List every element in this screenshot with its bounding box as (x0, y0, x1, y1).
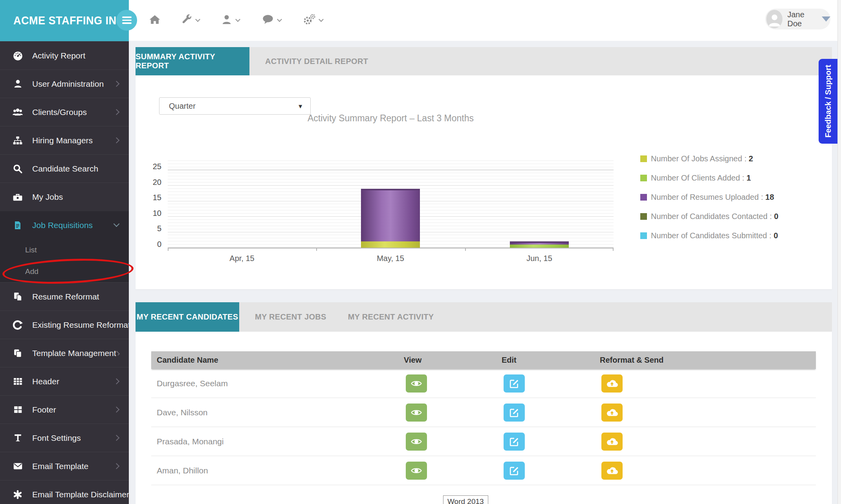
y-tick-label: 0 (144, 240, 161, 249)
legend-swatch (640, 155, 647, 162)
sidebar: ACME STAFFING INC Activity Report User A… (0, 0, 129, 504)
sidebar-item-email-template-disclaimer[interactable]: Email Template Disclaimer (0, 480, 129, 504)
tab-label: SUMMARY ACTIVITY REPORT (136, 52, 249, 70)
tab-my-recent-candidates[interactable]: MY RECENT CANDIDATES (136, 302, 239, 332)
tab-my-recent-jobs[interactable]: MY RECENT JOBS (239, 302, 326, 332)
legend-swatch (640, 194, 647, 201)
export-format-select[interactable]: Word 2013 (443, 495, 488, 504)
sidebar-toggle-button[interactable] (116, 10, 137, 31)
tools-menu-button[interactable] (181, 0, 200, 41)
sidebar-item-font-settings[interactable]: Font Settings (0, 424, 129, 452)
table-row: Prasada, Monangi (151, 427, 816, 456)
recent-candidates-panel: Candidate Name View Edit Reformat & Send… (136, 332, 832, 504)
gears-icon (302, 13, 316, 28)
messages-menu-button[interactable] (262, 0, 281, 41)
chevron-right-icon (114, 109, 120, 115)
chart-plot-area (168, 159, 614, 248)
sidebar-submenu-list[interactable]: List (0, 239, 129, 261)
tab-my-recent-activity[interactable]: MY RECENT ACTIVITY (326, 302, 434, 332)
grid-icon (12, 376, 24, 387)
chevron-down-icon (195, 17, 200, 22)
sidebar-item-my-jobs[interactable]: My Jobs (0, 183, 129, 211)
chevron-down-icon (235, 17, 240, 22)
report-tabstrip: SUMMARY ACTIVITY REPORT ACTIVITY DETAIL … (136, 47, 832, 75)
home-button[interactable] (148, 0, 161, 41)
settings-menu-button[interactable] (302, 0, 323, 41)
reformat-send-button[interactable] (601, 374, 623, 393)
view-button[interactable] (406, 404, 427, 422)
legend-swatch (640, 232, 647, 239)
summary-report-panel: Quarter ▼ Activity Summary Report – Last… (136, 75, 832, 289)
x-tick-label: Jun, 15 (500, 254, 579, 263)
edit-button[interactable] (504, 433, 525, 451)
sidebar-item-hiring-managers[interactable]: Hiring Managers (0, 126, 129, 154)
legend-item-candidates-submitted: Number of Candidates Submitted : 0 (640, 231, 779, 240)
table-row: Dave, Nilsson (151, 398, 816, 427)
x-tick-label: Apr, 15 (203, 254, 281, 263)
file-text-icon (12, 220, 24, 230)
reformat-send-button[interactable] (601, 404, 623, 422)
reformat-send-button[interactable] (601, 462, 623, 480)
y-tick-label: 20 (144, 178, 161, 187)
caret-down-icon (822, 16, 830, 22)
dropdown-caret-icon: ▼ (297, 103, 303, 110)
legend-item-resumes-uploaded: Number of Resumes Uploaded : 18 (640, 192, 779, 202)
home-icon (148, 13, 161, 27)
asterisk-icon (12, 489, 24, 500)
legend-item-candidates-contacted: Number of Candidates Contacted : 0 (640, 212, 779, 221)
candidate-name: Dave, Nilsson (157, 408, 208, 417)
sidebar-item-resume-reformat[interactable]: Resume Reformat (0, 282, 129, 310)
sidebar-item-candidate-search[interactable]: Candidate Search (0, 154, 129, 183)
tab-activity-detail-report[interactable]: ACTIVITY DETAIL REPORT (249, 47, 368, 75)
user-menu[interactable]: Jane Doe (765, 9, 830, 29)
sidebar-item-header[interactable]: Header (0, 367, 129, 395)
sidebar-item-label: Existing Resume Reformat (32, 320, 130, 330)
column-header-candidate-name: Candidate Name (157, 356, 218, 365)
sidebar-item-template-management[interactable]: Template Management (0, 339, 129, 367)
y-tick-label: 15 (144, 193, 161, 202)
feedback-support-tab[interactable]: Feedback / Support (819, 59, 837, 144)
sidebar-item-clients-groups[interactable]: Clients/Groups (0, 98, 129, 126)
table-header: Candidate Name View Edit Reformat & Send (151, 351, 816, 369)
column-header-view: View (404, 356, 421, 365)
candidate-name: Durgasree, Seelam (157, 379, 228, 388)
sidebar-item-job-requisitions[interactable]: Job Requisitions (0, 211, 129, 239)
sidebar-item-user-administration[interactable]: User Administration (0, 69, 129, 98)
reformat-send-button[interactable] (601, 433, 623, 451)
feedback-support-label: Feedback / Support (824, 65, 833, 138)
sidebar-item-existing-resume-reformat[interactable]: Existing Resume Reformat (0, 310, 129, 339)
tab-summary-activity-report[interactable]: SUMMARY ACTIVITY REPORT (136, 47, 249, 75)
topbar: Jane Doe (129, 0, 841, 41)
sidebar-item-activity-report[interactable]: Activity Report (0, 41, 129, 69)
sidebar-item-label: Email Template (32, 462, 88, 471)
quarter-select-value: Quarter (169, 102, 196, 111)
chat-icon (262, 13, 274, 27)
quarter-select[interactable]: Quarter ▼ (159, 97, 311, 115)
edit-button[interactable] (504, 404, 525, 422)
recent-tabstrip: MY RECENT CANDIDATES MY RECENT JOBS MY R… (136, 302, 832, 332)
x-tick-label: May, 15 (351, 254, 430, 263)
user-icon (221, 14, 233, 27)
edit-button[interactable] (504, 374, 525, 393)
bar-jun-15 (510, 241, 569, 248)
view-button[interactable] (406, 374, 427, 393)
sidebar-submenu-add[interactable]: Add (0, 261, 129, 282)
avatar (766, 10, 782, 28)
candidate-name: Aman, Dhillon (157, 466, 208, 475)
tab-label: MY RECENT CANDIDATES (137, 312, 238, 321)
sidebar-item-email-template[interactable]: Email Template (0, 452, 129, 480)
sidebar-item-label: Header (32, 377, 59, 386)
chevron-right-icon (114, 463, 120, 469)
view-button[interactable] (406, 462, 427, 480)
chevron-down-icon (319, 17, 324, 22)
view-button[interactable] (406, 433, 427, 451)
users-menu-button[interactable] (221, 0, 240, 41)
scrollbar[interactable] (837, 0, 841, 504)
edit-button[interactable] (504, 462, 525, 480)
sidebar-item-footer[interactable]: Footer (0, 395, 129, 424)
export-format-value: Word 2013 (447, 497, 484, 504)
legend-item-jobs-assigned: Number Of Jobs Assigned : 2 (640, 154, 779, 163)
briefcase-icon (12, 192, 24, 202)
submenu-label: List (25, 246, 37, 254)
chevron-right-icon (114, 435, 120, 441)
